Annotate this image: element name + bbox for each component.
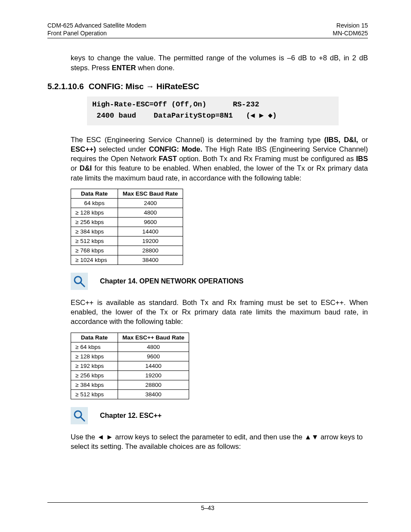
text-bold: CONFIG: Mode. — [149, 145, 202, 153]
paragraph-1: The ESC (Engineering Service Channel) is… — [71, 135, 368, 183]
table-row: ≥ 192 kbps14400 — [71, 361, 189, 370]
intro-paragraph: keys to change the value. The permitted … — [71, 53, 368, 72]
magnifier-icon — [71, 407, 88, 424]
header-right: Revision 15 MN-CDM625 — [333, 22, 368, 37]
cell: 19200 — [118, 370, 189, 380]
table-row: ≥ 768 kbps28800 — [71, 246, 183, 255]
table-row: ≥ 512 kbps19200 — [71, 236, 183, 246]
table-row: ≥ 128 kbps9600 — [71, 352, 189, 361]
header-left: CDM-625 Advanced Satellite Modem Front P… — [47, 22, 146, 37]
doc-number: MN-CDM625 — [333, 29, 368, 37]
section-number: 5.2.1.10.6 — [47, 82, 84, 91]
svg-line-1 — [81, 283, 84, 286]
page-number: 5–43 — [201, 504, 214, 511]
text: arrow keys to select the parameter to ed… — [113, 433, 305, 441]
table-row: ≥ 384 kbps14400 — [71, 227, 183, 236]
enter-key: ENTER — [112, 64, 136, 72]
table-row: ≥ 1024 kbps38400 — [71, 255, 183, 264]
lcd-line-1: High-Rate-ESC=Off (Off,On) RS-232 — [92, 100, 259, 109]
cell: 38400 — [118, 255, 183, 264]
table-row: ≥ 256 kbps9600 — [71, 217, 183, 227]
page: CDM-625 Advanced Satellite Modem Front P… — [0, 0, 411, 532]
up-down-arrow-icon: ▲▼ — [305, 433, 319, 441]
table-row: ≥ 128 kbps4800 — [71, 208, 183, 217]
text: Use the — [71, 433, 97, 441]
section-heading: 5.2.1.10.6 CONFIG: Misc → HiRateESC — [47, 82, 368, 91]
cell: 4800 — [118, 342, 189, 352]
table-row: ≥ 64 kbps4800 — [71, 342, 189, 352]
cell: ≥ 768 kbps — [71, 246, 118, 255]
cell: ≥ 128 kbps — [71, 208, 118, 217]
svg-line-3 — [81, 417, 84, 421]
doc-revision: Revision 15 — [333, 22, 368, 29]
cell: ≥ 512 kbps — [71, 236, 118, 246]
col-max-baud: Max ESC++ Baud Rate — [118, 333, 189, 342]
cell: ≥ 1024 kbps — [71, 255, 118, 264]
xref-label: Chapter 12. ESC++ — [100, 412, 162, 420]
cell: ≥ 64 kbps — [71, 342, 118, 352]
cell: 14400 — [118, 227, 183, 236]
cell: ≥ 384 kbps — [71, 227, 118, 236]
cell: 19200 — [118, 236, 183, 246]
col-data-rate: Data Rate — [71, 333, 118, 342]
cell: 2400 — [118, 198, 183, 208]
text-bold: IBS — [356, 155, 368, 162]
text-bold: ESC++) — [71, 145, 96, 153]
table-row: ≥ 256 kbps19200 — [71, 370, 189, 380]
section-title-a: CONFIG: Misc — [89, 82, 146, 91]
cell: 9600 — [118, 352, 189, 361]
col-max-baud: Max ESC Baud Rate — [118, 189, 183, 198]
cell: 14400 — [118, 361, 189, 370]
page-header: CDM-625 Advanced Satellite Modem Front P… — [47, 22, 368, 38]
cell: ≥ 256 kbps — [71, 370, 118, 380]
table-body-1: 64 kbps2400 ≥ 128 kbps4800 ≥ 256 kbps960… — [71, 198, 183, 264]
col-data-rate: Data Rate — [71, 189, 118, 198]
cell: 38400 — [118, 389, 189, 399]
table-row: 64 kbps2400 — [71, 198, 183, 208]
cell: ≥ 384 kbps — [71, 380, 118, 389]
arrow-icon: → — [146, 82, 154, 91]
cell: ≥ 128 kbps — [71, 352, 118, 361]
paragraph-2: ESC++ is available as standard. Both Tx … — [71, 298, 368, 327]
table-body-2: ≥ 64 kbps4800 ≥ 128 kbps9600 ≥ 192 kbps1… — [71, 342, 189, 399]
text-bold: (IBS, D&I, — [324, 136, 358, 143]
cell: 64 kbps — [71, 198, 118, 208]
doc-title: CDM-625 Advanced Satellite Modem — [47, 22, 146, 29]
xref-label: Chapter 14. OPEN NETWORK OPERATIONS — [100, 277, 243, 285]
text-bold: FAST — [159, 155, 177, 162]
text: option. Both Tx and Rx Framing must be c… — [177, 155, 356, 162]
lcd-display: High-Rate-ESC=Off (Off,On) RS-232 2400 b… — [87, 96, 339, 125]
doc-subtitle: Front Panel Operation — [47, 29, 146, 37]
magnifier-icon — [71, 273, 88, 290]
text: when done. — [136, 64, 174, 72]
cell: ≥ 512 kbps — [71, 389, 118, 399]
esc-baud-table: Data Rate Max ESC Baud Rate 64 kbps2400 … — [71, 189, 183, 265]
table-header-row: Data Rate Max ESC Baud Rate — [71, 189, 183, 198]
left-right-arrow-icon: ◄ ► — [97, 433, 113, 441]
cross-reference: Chapter 14. OPEN NETWORK OPERATIONS — [71, 273, 368, 290]
escpp-baud-table: Data Rate Max ESC++ Baud Rate ≥ 64 kbps4… — [71, 333, 189, 399]
text: The ESC (Engineering Service Channel) is… — [71, 136, 324, 143]
cell: 9600 — [118, 217, 183, 227]
page-footer: 5–43 — [47, 502, 368, 511]
cell: 4800 — [118, 208, 183, 217]
text: or — [358, 136, 368, 143]
cell: 28800 — [118, 246, 183, 255]
cell: ≥ 192 kbps — [71, 361, 118, 370]
table-header-row: Data Rate Max ESC++ Baud Rate — [71, 333, 189, 342]
table-row: ≥ 384 kbps28800 — [71, 380, 189, 389]
text: for this feature to be enabled. When ena… — [71, 164, 368, 181]
text: selected under — [96, 145, 149, 153]
paragraph-3: Use the ◄ ► arrow keys to select the par… — [71, 432, 368, 451]
cell: ≥ 256 kbps — [71, 217, 118, 227]
table-row: ≥ 512 kbps38400 — [71, 389, 189, 399]
cell: 28800 — [118, 380, 189, 389]
text-bold: D&I — [80, 164, 92, 172]
text: or — [71, 164, 80, 172]
cross-reference: Chapter 12. ESC++ — [71, 407, 368, 424]
lcd-line-2: 2400 baud DataParityStop=8N1 (◀ ▶ ◆) — [92, 112, 277, 120]
section-title-b: HiRateESC — [154, 82, 199, 91]
